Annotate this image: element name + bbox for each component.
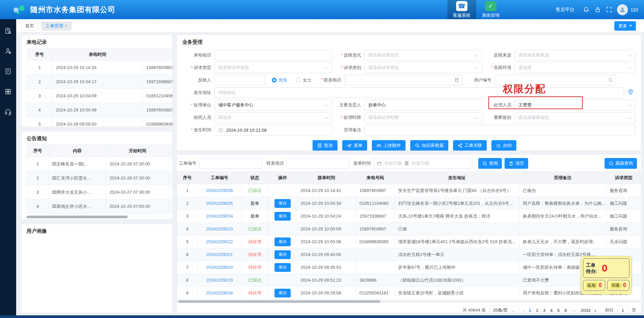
urge-button[interactable]: 催办 — [275, 199, 291, 208]
location-pin-icon[interactable] — [627, 89, 634, 96]
page-number[interactable]: 2033 — [581, 308, 590, 313]
clear-button[interactable]: 清空 — [505, 158, 528, 169]
copy-icon[interactable] — [454, 77, 459, 84]
main-leader-input[interactable]: 抄表中心 — [364, 100, 482, 110]
co-person-select[interactable]: 请选择 — [215, 112, 332, 123]
page-number[interactable]: 1 — [529, 308, 531, 313]
order-id-link[interactable]: 20241029021 — [206, 252, 233, 257]
handle-limit-select[interactable]: 请选择处理时限 — [364, 112, 482, 123]
notice-row[interactable]: 1 因文峰名居一期(... 2024-10-28 07:30:00 2024-1… — [27, 157, 173, 171]
order-management-icon[interactable] — [4, 27, 12, 35]
grid-apps-icon[interactable] — [4, 88, 12, 95]
order-id-link[interactable]: 20241029019 — [206, 278, 233, 283]
order-status: 已回访 — [248, 278, 261, 283]
importance-select[interactable]: 请选择重要级别 — [515, 112, 636, 123]
appeal-category-select[interactable]: 请选择诉求类别 — [364, 62, 482, 73]
fullscreen-icon[interactable] — [604, 4, 615, 15]
notice-row[interactable]: 4 因塞纳左岸小区水... 2024-10-25 07:00:00 2024-1… — [27, 199, 173, 214]
reflect-form-select[interactable]: 请选择反映形式 — [364, 50, 482, 61]
order-id-link[interactable]: 20241029023 — [206, 226, 233, 231]
contact-phone-input[interactable] — [345, 75, 462, 86]
tab-close-icon[interactable]: × — [65, 24, 67, 28]
urge-button[interactable]: 催办 — [275, 289, 291, 297]
call-log-row[interactable]: 3 2024-10-29 10:04:09 018512104060 — [27, 89, 173, 103]
order-id-link[interactable]: 20241029020 — [206, 265, 233, 270]
goto-page-input[interactable]: 1 — [617, 306, 629, 313]
page-number[interactable]: 3 — [543, 308, 545, 313]
tab-home[interactable]: 首页 — [21, 22, 38, 30]
more-button[interactable]: 更多 — [614, 21, 636, 31]
reflect-source-select[interactable]: 请选择反映来源 — [515, 50, 636, 61]
notice-row[interactable]: 3 因舜井大道天风小... 2024-10-27 07:30:00 2024-1… — [27, 185, 173, 199]
filter-phone-input[interactable] — [287, 158, 349, 169]
document-icon[interactable] — [4, 68, 12, 75]
next-page-icon[interactable]: › — [594, 308, 597, 313]
order-id-link[interactable]: 20241029022 — [206, 239, 233, 244]
app-customer-service[interactable]: ☎ 客服系统 — [447, 0, 476, 19]
radio-male[interactable]: 先生 — [272, 77, 287, 83]
handle-unit-select[interactable]: 城中客户服务中心 — [215, 100, 332, 110]
call-phone-input[interactable] — [215, 50, 332, 61]
order-id-link[interactable]: 20241029026 — [206, 188, 233, 193]
call-log-index: 5 — [27, 117, 53, 127]
work-order-row[interactable]: 6 20241029021 待处理 催办 2024-10-29 09:43:00… — [177, 248, 641, 261]
filter-order-no-input[interactable] — [199, 158, 262, 169]
work-order-row[interactable]: 4 20241029023 已回访 催办 2024-10-29 10:00:59… — [177, 223, 641, 235]
urge-button[interactable]: 催办 — [275, 263, 291, 272]
work-order-row[interactable]: 3 20241029024 新单 催办 2024-10-29 10:04:24 … — [177, 210, 641, 223]
order-id-link[interactable]: 20241029018 — [206, 290, 233, 295]
dispatch-button[interactable]: 派单 — [342, 140, 367, 151]
radio-female[interactable]: 女士 — [296, 77, 312, 83]
page-number[interactable]: ··· — [572, 308, 576, 313]
business-env-select[interactable]: 请选择 — [515, 62, 636, 73]
urge-button[interactable]: 催办 — [275, 212, 291, 221]
notice-row[interactable]: 2 因汇龙湾小区需水... 2024-10-28 07:30:00 2024-1… — [27, 171, 173, 185]
tab-work-order[interactable]: 工单受理 × — [41, 22, 72, 30]
finish-button[interactable]: 办结 — [491, 140, 516, 151]
user-avatar[interactable] — [617, 4, 628, 15]
after-sales-link[interactable]: 售后平台 — [556, 7, 575, 13]
urge-button[interactable]: 催办 — [275, 250, 291, 259]
order-id-link[interactable]: 20241029025 — [206, 201, 233, 206]
app-system-management[interactable]: ✓ 系统管理 — [476, 0, 505, 19]
work-order-row[interactable]: 5 20241029022 待处理 催办 2024-10-29 10:00:06… — [177, 235, 641, 248]
save-draft-button[interactable]: 暂存 — [313, 140, 337, 151]
todo-badge[interactable]: 工单 待办: 0 延期: 0 回退: 0 — [581, 256, 632, 294]
work-order-row[interactable]: 8 20241029019 已回访 催办 2024-10-29 09:51:23… — [177, 274, 641, 287]
appeal-type-select[interactable]: 请选择诉求类型 — [215, 62, 332, 73]
reflect-person-input[interactable] — [215, 75, 265, 86]
notice-index: 1 — [27, 157, 49, 171]
search-button[interactable]: 查询 — [478, 158, 502, 169]
table-hscroll-thumb[interactable] — [178, 300, 380, 303]
accept-note-input[interactable] — [364, 125, 636, 135]
kb-search-button[interactable]: 知识库检索 — [410, 140, 448, 151]
call-log-row[interactable]: 2 2024-10-29 10:04:17 15971936687 — [27, 75, 173, 89]
prev-page-icon[interactable]: ‹ — [522, 308, 525, 313]
upload-attachment-button[interactable]: 上传附件 — [372, 140, 406, 151]
page-size-select[interactable]: 20条/页 — [489, 306, 519, 313]
search-icon[interactable] — [608, 77, 613, 84]
advanced-search-button[interactable]: 高级查询 — [605, 158, 637, 169]
user-star-icon[interactable] — [4, 47, 12, 55]
call-log-row[interactable]: 5 2024-10-29 09:59:50 015899639385 — [27, 117, 173, 127]
work-order-row[interactable]: 7 20241029020 待处理 催办 2024-10-29 09:35:53… — [177, 261, 641, 274]
call-log-row[interactable]: 4 2024-10-29 10:00:49 15897603987 — [27, 103, 173, 117]
urge-button[interactable]: 催办 — [275, 237, 291, 246]
page-number[interactable]: 6 — [565, 308, 567, 313]
headset-icon[interactable] — [4, 108, 12, 116]
occur-time-input[interactable]: 2024-10-29 10:21:08 — [215, 125, 332, 135]
call-log-row[interactable]: 1 2024-10-29 10:14:33 15897603987 — [27, 61, 173, 75]
page-number[interactable]: 2 — [536, 308, 538, 313]
order-link-button[interactable]: 工单关联 — [453, 140, 487, 151]
notification-bell-icon[interactable] — [581, 4, 592, 15]
filter-date-range[interactable]: 开始日期 至 结束日期 — [374, 158, 472, 169]
work-order-row[interactable]: 1 20241029026 已回访 催办 2024-10-29 10:14:41… — [177, 184, 641, 197]
work-order-row[interactable]: 2 20241029025 新单 催办 2024-10-29 10:04:34 … — [177, 197, 641, 210]
page-number[interactable]: 4 — [550, 308, 552, 313]
notice-hscrollbar[interactable] — [27, 216, 128, 218]
work-order-row[interactable]: 9 20241029018 待处理 催办 2024-10-29 09:29:58… — [177, 287, 641, 299]
order-id-link[interactable]: 20241029024 — [206, 214, 233, 219]
lock-icon[interactable] — [592, 4, 604, 15]
call-log-header: 序号 — [27, 49, 53, 61]
page-number[interactable]: 5 — [557, 308, 560, 313]
